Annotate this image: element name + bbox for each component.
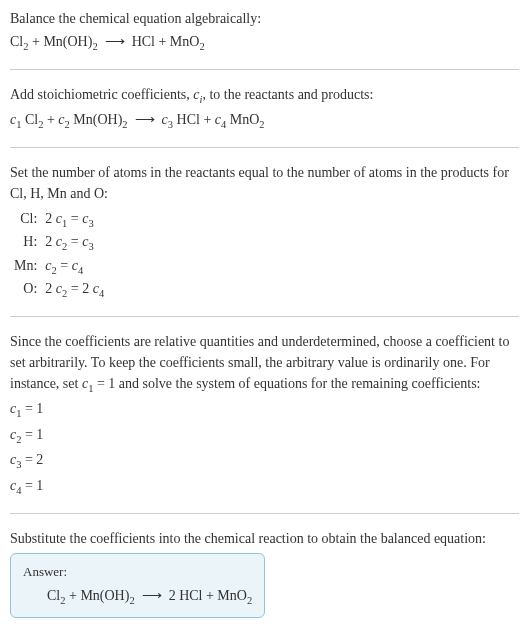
atom-row: Cl:2 c1 = c3: [10, 208, 108, 232]
section-3-title: Set the number of atoms in the reactants…: [10, 162, 519, 204]
atom-row: Mn:c2 = c4: [10, 255, 108, 279]
atom-table: Cl:2 c1 = c3H:2 c2 = c3Mn:c2 = c4O:2 c2 …: [10, 208, 108, 302]
section-5: Substitute the coefficients into the che…: [10, 528, 519, 618]
section-1-title: Balance the chemical equation algebraica…: [10, 8, 519, 29]
atom-equation: 2 c2 = c3: [41, 231, 108, 255]
atom-equation: c2 = c4: [41, 255, 108, 279]
atom-equation: 2 c2 = 2 c4: [41, 278, 108, 302]
atom-row: O:2 c2 = 2 c4: [10, 278, 108, 302]
coefficient-line: c1 = 1: [10, 398, 519, 422]
atom-element: Mn:: [10, 255, 41, 279]
atom-element: H:: [10, 231, 41, 255]
answer-label: Answer:: [23, 562, 252, 582]
coefficient-line: c2 = 1: [10, 424, 519, 448]
section-4-title: Since the coefficients are relative quan…: [10, 331, 519, 397]
section-1: Balance the chemical equation algebraica…: [10, 8, 519, 55]
divider: [10, 316, 519, 317]
coefficient-line: c3 = 2: [10, 449, 519, 473]
section-2-equation: c1 Cl2 + c2 Mn(OH)2 ⟶ c3 HCl + c4 MnO2: [10, 109, 519, 133]
section-1-equation: Cl2 + Mn(OH)2 ⟶ HCl + MnO2: [10, 31, 519, 55]
divider: [10, 147, 519, 148]
section-2: Add stoichiometric coefficients, ci, to …: [10, 84, 519, 133]
divider: [10, 69, 519, 70]
answer-box: Answer: Cl2 + Mn(OH)2 ⟶ 2 HCl + MnO2: [10, 553, 265, 618]
section-2-title: Add stoichiometric coefficients, ci, to …: [10, 84, 519, 108]
answer-equation: Cl2 + Mn(OH)2 ⟶ 2 HCl + MnO2: [23, 585, 252, 609]
atom-element: O:: [10, 278, 41, 302]
atom-row: H:2 c2 = c3: [10, 231, 108, 255]
section-3: Set the number of atoms in the reactants…: [10, 162, 519, 302]
section-4: Since the coefficients are relative quan…: [10, 331, 519, 499]
atom-element: Cl:: [10, 208, 41, 232]
coefficient-line: c4 = 1: [10, 475, 519, 499]
section-5-title: Substitute the coefficients into the che…: [10, 528, 519, 549]
divider: [10, 513, 519, 514]
atom-equation: 2 c1 = c3: [41, 208, 108, 232]
